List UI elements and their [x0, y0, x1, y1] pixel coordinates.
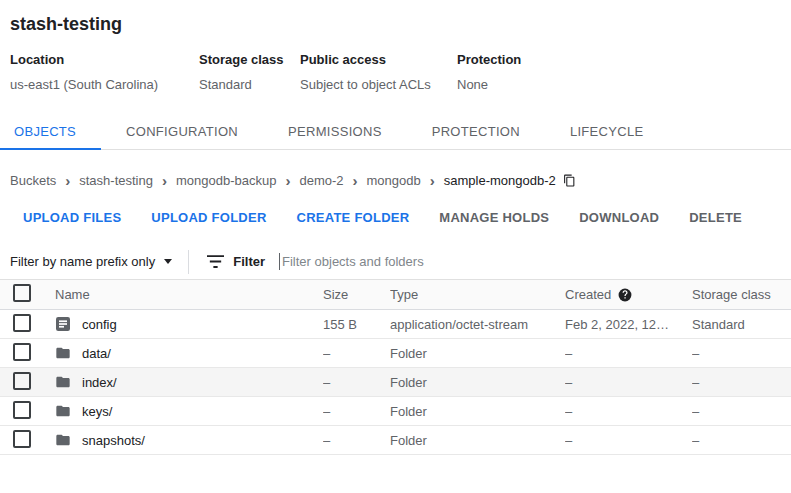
chevron-right-icon: › — [430, 173, 435, 188]
table-row: data/–Folder–– — [0, 339, 791, 368]
meta-value: us-east1 (South Carolina) — [10, 77, 199, 92]
help-icon[interactable] — [618, 288, 632, 302]
object-size: – — [323, 346, 390, 361]
meta-label: Location — [10, 52, 199, 67]
tab-permissions[interactable]: PERMISSIONS — [263, 114, 407, 150]
table-row: snapshots/–Folder–– — [0, 426, 791, 455]
column-header-size[interactable]: Size — [323, 287, 390, 302]
breadcrumb-item-buckets[interactable]: Buckets — [10, 173, 56, 188]
tab-configuration[interactable]: CONFIGURATION — [101, 114, 263, 150]
column-header-storage-class[interactable]: Storage class — [692, 287, 791, 302]
object-size: – — [323, 433, 390, 448]
object-storage-class: – — [692, 433, 791, 448]
chevron-down-icon — [164, 259, 172, 264]
table-row: keys/–Folder–– — [0, 397, 791, 426]
bucket-meta-storage-class: Storage classStandard — [199, 52, 300, 92]
filter-icon — [207, 255, 224, 268]
object-storage-class: – — [692, 375, 791, 390]
download-button: DOWNLOAD — [579, 210, 659, 225]
folder-icon — [55, 403, 71, 419]
column-header-created[interactable]: Created — [565, 287, 611, 302]
breadcrumb-item-demo-2[interactable]: demo-2 — [299, 173, 343, 188]
meta-value: Standard — [199, 77, 300, 92]
objects-table: Name Size Type Created Storage class con… — [0, 280, 791, 455]
breadcrumb-item-sample-mongodb-2: sample-mongodb-2 — [444, 173, 556, 188]
chevron-right-icon: › — [353, 173, 358, 188]
chevron-right-icon: › — [162, 173, 167, 188]
object-storage-class: Standard — [692, 317, 791, 332]
filter-input[interactable] — [280, 254, 791, 269]
object-size: 155 B — [323, 317, 390, 332]
column-header-name[interactable]: Name — [55, 287, 323, 302]
filter-label: Filter — [233, 254, 265, 269]
object-name-link[interactable]: config — [82, 317, 117, 332]
chevron-right-icon: › — [65, 173, 70, 188]
object-storage-class: – — [692, 346, 791, 361]
table-header-row: Name Size Type Created Storage class — [0, 280, 791, 310]
object-name-link[interactable]: data/ — [82, 346, 111, 361]
bucket-meta-public-access: Public accessSubject to object ACLs — [300, 52, 457, 92]
object-name-cell: config — [55, 316, 323, 332]
file-icon — [55, 316, 71, 332]
tab-bar: OBJECTSCONFIGURATIONPERMISSIONSPROTECTIO… — [0, 114, 791, 150]
upload-files-button[interactable]: UPLOAD FILES — [23, 210, 121, 225]
row-checkbox[interactable] — [13, 314, 31, 332]
object-type: application/octet-stream — [390, 317, 565, 332]
object-name-cell: index/ — [55, 374, 323, 390]
object-created: – — [565, 433, 692, 448]
vertical-divider — [188, 250, 189, 274]
folder-icon — [55, 345, 71, 361]
manage-holds-button: MANAGE HOLDS — [439, 210, 549, 225]
object-created: – — [565, 346, 692, 361]
object-name-cell: snapshots/ — [55, 432, 323, 448]
table-row: index/–Folder–– — [0, 368, 791, 397]
object-name-link[interactable]: index/ — [82, 375, 117, 390]
row-checkbox[interactable] — [13, 430, 31, 448]
meta-value: None — [457, 77, 521, 92]
row-checkbox-cell — [0, 343, 55, 364]
row-checkbox[interactable] — [13, 372, 31, 390]
breadcrumb-item-mongodb[interactable]: mongodb — [367, 173, 421, 188]
tab-protection[interactable]: PROTECTION — [407, 114, 545, 150]
object-name-link[interactable]: snapshots/ — [82, 433, 145, 448]
copy-icon[interactable] — [563, 173, 576, 188]
object-type: Folder — [390, 433, 565, 448]
row-checkbox-cell — [0, 430, 55, 451]
create-folder-button[interactable]: CREATE FOLDER — [297, 210, 410, 225]
object-created: Feb 2, 2022, 12… — [565, 317, 692, 332]
object-name-link[interactable]: keys/ — [82, 404, 112, 419]
object-name-cell: data/ — [55, 345, 323, 361]
bucket-meta-location: Locationus-east1 (South Carolina) — [10, 52, 199, 92]
table-body: config155 Bapplication/octet-streamFeb 2… — [0, 310, 791, 455]
tab-lifecycle[interactable]: LIFECYCLE — [545, 114, 669, 150]
folder-icon — [55, 432, 71, 448]
meta-label: Storage class — [199, 52, 300, 67]
column-header-type[interactable]: Type — [390, 287, 565, 302]
bucket-meta-row: Locationus-east1 (South Carolina)Storage… — [10, 52, 791, 92]
row-checkbox[interactable] — [13, 401, 31, 419]
object-type: Folder — [390, 375, 565, 390]
object-name-cell: keys/ — [55, 403, 323, 419]
breadcrumb-item-stash-testing[interactable]: stash-testing — [79, 173, 153, 188]
select-all-checkbox[interactable] — [13, 284, 31, 302]
delete-button: DELETE — [689, 210, 742, 225]
row-checkbox[interactable] — [13, 343, 31, 361]
object-type: Folder — [390, 404, 565, 419]
object-created: – — [565, 375, 692, 390]
object-type: Folder — [390, 346, 565, 361]
upload-folder-button[interactable]: UPLOAD FOLDER — [151, 210, 266, 225]
object-size: – — [323, 404, 390, 419]
action-bar: UPLOAD FILESUPLOAD FOLDERCREATE FOLDERMA… — [23, 210, 791, 225]
meta-value: Subject to object ACLs — [300, 77, 457, 92]
row-checkbox-cell — [0, 401, 55, 422]
breadcrumb-item-mongodb-backup[interactable]: mongodb-backup — [176, 173, 276, 188]
row-checkbox-cell — [0, 372, 55, 393]
meta-label: Public access — [300, 52, 457, 67]
row-checkbox-cell — [0, 314, 55, 335]
filter-scope-dropdown[interactable]: Filter by name prefix only — [10, 254, 172, 269]
folder-icon — [55, 374, 71, 390]
filter-scope-label: Filter by name prefix only — [10, 254, 155, 269]
table-row: config155 Bapplication/octet-streamFeb 2… — [0, 310, 791, 339]
tab-objects[interactable]: OBJECTS — [0, 114, 101, 150]
bucket-meta-protection: ProtectionNone — [457, 52, 521, 92]
